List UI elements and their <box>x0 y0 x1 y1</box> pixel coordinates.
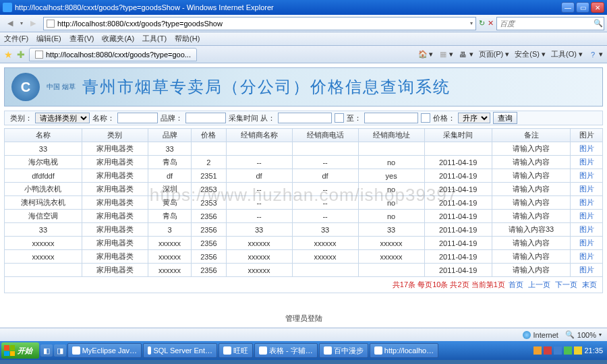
menu-bar: 文件(F) 编辑(E) 查看(V) 收藏夹(A) 工具(T) 帮助(H) <box>0 32 607 46</box>
filter-sort-select[interactable]: 升序 <box>458 113 490 123</box>
back-button[interactable]: ◀ <box>3 17 18 30</box>
url-input[interactable] <box>57 20 467 28</box>
menu-edit[interactable]: 编辑(E) <box>36 34 61 44</box>
pager-first[interactable]: 首页 <box>509 280 523 289</box>
page-menu[interactable]: 页面(P) ▾ <box>479 49 510 59</box>
taskbar-item[interactable]: SQL Server Ent… <box>143 343 217 358</box>
table-cell: 请输入内容 <box>492 183 571 196</box>
print-button[interactable]: 🖶▾ <box>459 50 473 59</box>
search-button[interactable]: 查询 <box>493 112 517 124</box>
table-cell: yes <box>358 169 424 183</box>
pic-link[interactable]: 图片 <box>579 239 594 247</box>
taskbar-item[interactable]: 百中漫步 <box>319 343 368 358</box>
clock[interactable]: 21:35 <box>584 346 603 355</box>
tab-label: http://localhost:8080/cxxt/goods?type=go… <box>46 51 191 59</box>
table-cell: 33 <box>148 142 191 156</box>
menu-view[interactable]: 查看(V) <box>69 34 94 44</box>
filter-date-to[interactable] <box>364 113 418 123</box>
menu-favorites[interactable]: 收藏夹(A) <box>102 34 134 44</box>
table-row: 海尔电视家用电器类青岛2----no2011-04-19请输入内容图片 <box>5 156 603 169</box>
start-button[interactable]: 开始 <box>1 342 39 359</box>
table-cell <box>5 264 82 277</box>
taskbar-item[interactable]: MyEclipse Jav… <box>67 343 142 358</box>
add-favorites-icon[interactable]: ✚ <box>17 49 25 60</box>
filter-brand-input[interactable] <box>185 113 226 123</box>
pic-cell: 图片 <box>571 156 603 169</box>
help-button[interactable]: ?▾ <box>588 50 603 59</box>
taskbar-item[interactable]: 旺旺 <box>219 343 253 358</box>
pic-link[interactable]: 图片 <box>579 212 594 220</box>
table-cell: 家用电器类 <box>82 223 148 237</box>
table-cell: xxxxxx <box>358 237 424 250</box>
column-header: 采集时间 <box>424 129 492 142</box>
tray-icon-2[interactable] <box>544 346 552 355</box>
menu-file[interactable]: 文件(F) <box>4 34 28 44</box>
maximize-button[interactable]: ▭ <box>576 2 589 13</box>
calendar-to-icon[interactable] <box>421 113 430 123</box>
pic-cell: 图片 <box>571 142 603 156</box>
table-cell: df <box>148 169 191 183</box>
forward-button[interactable]: ▶ <box>26 17 40 30</box>
url-dropdown-icon[interactable]: ▾ <box>470 20 473 26</box>
zoom-dropdown-icon[interactable]: ▾ <box>599 332 602 338</box>
address-bar[interactable]: ▾ <box>43 17 476 30</box>
filter-type-select[interactable]: 请选择类别 <box>35 113 90 123</box>
pic-link[interactable]: 图片 <box>579 185 594 193</box>
table-cell: df <box>292 169 358 183</box>
pic-link[interactable]: 图片 <box>579 225 594 233</box>
table-cell: 家用电器类 <box>82 264 148 277</box>
tray-icon-5[interactable] <box>574 346 582 355</box>
table-cell: df <box>226 169 292 183</box>
table-cell: dfdfddf <box>5 169 82 183</box>
admin-login-link[interactable]: 管理员登陆 <box>4 313 603 324</box>
table-cell: xxxxxx <box>148 250 191 264</box>
pager-prev[interactable]: 上一页 <box>528 280 550 289</box>
pager-next[interactable]: 下一页 <box>555 280 577 289</box>
pic-link[interactable]: 图片 <box>579 171 594 179</box>
taskbar-item[interactable]: 表格 - 字辅… <box>254 343 318 358</box>
favorites-icon[interactable]: ★ <box>4 49 13 60</box>
pager-last[interactable]: 末页 <box>582 280 597 289</box>
tools-menu[interactable]: 工具(O) ▾ <box>551 49 583 59</box>
menu-help[interactable]: 帮助(H) <box>175 34 200 44</box>
zoom-control[interactable]: 🔍 100% ▾ <box>565 330 602 339</box>
home-button[interactable]: 🏠▾ <box>418 50 433 59</box>
table-cell: -- <box>292 210 358 223</box>
quicklaunch-1[interactable]: ◧ <box>40 344 53 357</box>
quicklaunch-2[interactable]: ◨ <box>54 344 66 357</box>
back-dropdown-icon[interactable]: ▾ <box>20 20 23 26</box>
pic-link[interactable]: 图片 <box>579 144 594 152</box>
calendar-from-icon[interactable] <box>335 113 344 123</box>
search-box[interactable]: 🔍 <box>496 17 604 30</box>
search-icon[interactable]: 🔍 <box>594 19 603 28</box>
taskbar-item[interactable]: http://localho… <box>370 343 438 358</box>
safety-menu[interactable]: 安全(S) ▾ <box>515 49 546 59</box>
tray-icon-3[interactable] <box>554 346 562 355</box>
table-cell: 2011-04-19 <box>424 237 492 250</box>
refresh-button[interactable]: ↻ <box>479 19 485 28</box>
table-cell: -- <box>292 196 358 210</box>
pic-link[interactable]: 图片 <box>579 266 594 274</box>
pic-link[interactable]: 图片 <box>579 198 594 206</box>
taskbar: 开始 ◧ ◨ MyEclipse Jav…SQL Server Ent…旺旺表格… <box>0 341 607 360</box>
tray-icon-1[interactable] <box>533 346 542 355</box>
close-button[interactable]: ✕ <box>591 2 604 13</box>
search-input[interactable] <box>500 20 594 28</box>
browser-tab[interactable]: http://localhost:8080/cxxt/goods?type=go… <box>29 48 197 61</box>
table-cell: 2353 <box>192 196 226 210</box>
stop-button[interactable]: ✕ <box>488 19 494 28</box>
system-tray[interactable]: 21:35 <box>531 346 606 355</box>
filter-date-from[interactable] <box>278 113 332 123</box>
menu-tools[interactable]: 工具(T) <box>142 34 167 44</box>
filter-brand-label: 品牌： <box>161 113 183 123</box>
pic-link[interactable]: 图片 <box>579 158 594 166</box>
feeds-button[interactable]: ▦▾ <box>438 50 453 59</box>
table-cell: no <box>358 210 424 223</box>
filter-name-input[interactable] <box>117 113 158 123</box>
table-cell: xxxxxx <box>226 264 292 277</box>
table-row: 小鸭洗衣机家用电器类深圳2353----no2011-04-19请输入内容图片 <box>5 183 603 196</box>
tray-icon-4[interactable] <box>564 346 572 355</box>
minimize-button[interactable]: — <box>561 2 575 13</box>
pic-link[interactable]: 图片 <box>579 252 594 260</box>
table-cell: -- <box>226 156 292 169</box>
